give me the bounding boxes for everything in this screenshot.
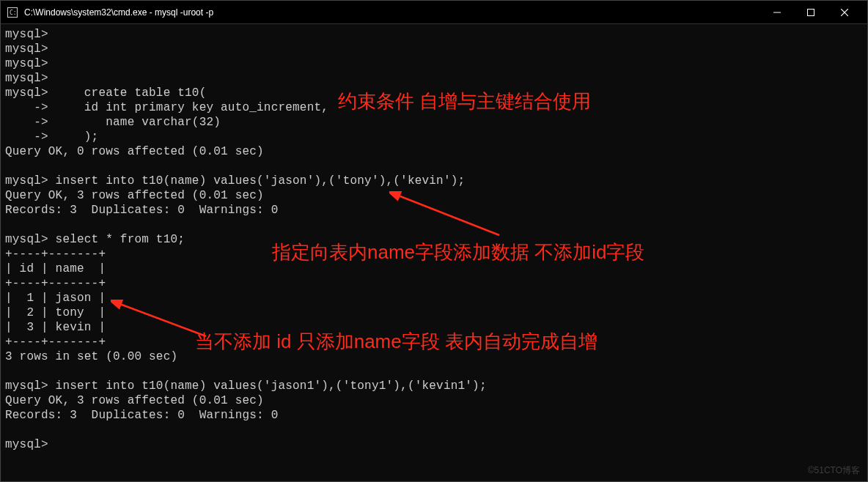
terminal-line: | 3 | kevin | (5, 321, 106, 334)
svg-text:C:\: C:\ (10, 10, 18, 16)
terminal-line: mysql> select * from t10; (5, 233, 185, 246)
terminal-line: mysql> (5, 438, 48, 451)
terminal-line: Query OK, 3 rows affected (0.01 sec) (5, 189, 264, 202)
window-title: C:\Windows\system32\cmd.exe - mysql -uro… (24, 7, 760, 18)
terminal-line: mysql> (5, 72, 48, 85)
cmd-icon: C:\ (7, 7, 18, 18)
terminal-line: -> name varchar(32) (5, 116, 221, 129)
terminal-line: Query OK, 3 rows affected (0.01 sec) (5, 394, 264, 407)
close-button[interactable] (828, 1, 861, 24)
watermark: ©51CTO博客 (808, 464, 860, 477)
maximize-button[interactable] (794, 1, 828, 24)
titlebar[interactable]: C:\ C:\Windows\system32\cmd.exe - mysql … (1, 1, 867, 24)
terminal-line: Records: 3 Duplicates: 0 Warnings: 0 (5, 204, 278, 217)
terminal-window: C:\ C:\Windows\system32\cmd.exe - mysql … (0, 0, 868, 482)
terminal-line: | 2 | tony | (5, 306, 106, 319)
terminal-line: Query OK, 0 rows affected (0.01 sec) (5, 145, 264, 158)
terminal-line: mysql> (5, 42, 48, 56)
terminal-line: mysql> insert into t10(name) values('jas… (5, 174, 465, 188)
minimize-button[interactable] (760, 1, 794, 24)
terminal-line: 3 rows in set (0.00 sec) (5, 350, 177, 363)
terminal-line: | 1 | jason | (5, 292, 106, 305)
window-controls (760, 1, 861, 24)
terminal-line: -> ); (5, 130, 98, 144)
terminal-line: | id | name | (5, 262, 106, 275)
terminal-line: -> id int primary key auto_increment, (5, 101, 328, 114)
terminal-line: mysql> (5, 57, 48, 70)
svg-rect-3 (808, 9, 814, 15)
terminal-line: mysql> (5, 28, 48, 41)
terminal-output[interactable]: mysql> mysql> mysql> mysql> mysql> creat… (1, 24, 867, 455)
terminal-line: mysql> insert into t10(name) values('jas… (5, 379, 487, 393)
terminal-line: +----+-------+ (5, 248, 106, 261)
terminal-line: +----+-------+ (5, 277, 106, 290)
terminal-line: Records: 3 Duplicates: 0 Warnings: 0 (5, 409, 278, 422)
terminal-line: mysql> create table t10( (5, 86, 206, 100)
terminal-line: +----+-------+ (5, 335, 106, 349)
